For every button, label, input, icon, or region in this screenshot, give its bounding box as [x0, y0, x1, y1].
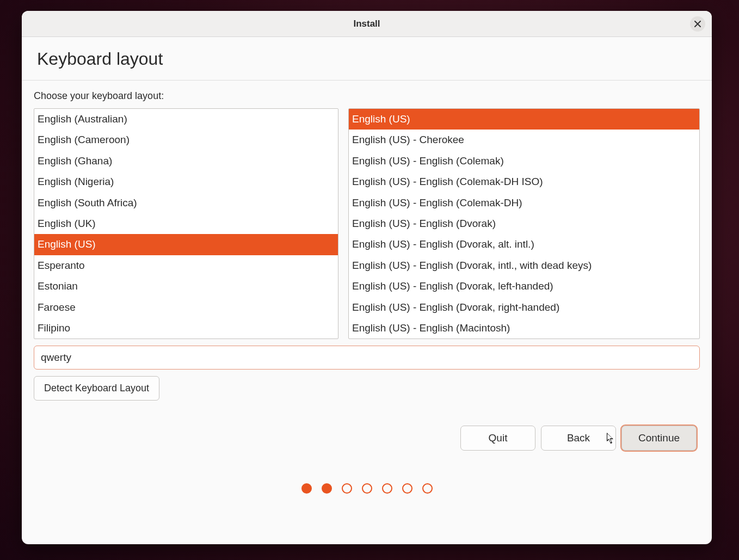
step-dot [301, 483, 312, 494]
list-item[interactable]: Filipino [34, 318, 338, 339]
list-item[interactable]: English (UK) [34, 213, 338, 234]
list-item[interactable]: English (Nigeria) [34, 171, 338, 192]
step-dot [342, 483, 352, 494]
list-item[interactable]: English (US) - English (Dvorak) [349, 213, 699, 234]
step-dot [382, 483, 392, 494]
list-item[interactable]: English (US) [349, 109, 699, 130]
list-item[interactable]: English (US) - English (Norman) [349, 339, 699, 339]
keyboard-test-input[interactable] [34, 346, 700, 370]
continue-button[interactable]: Continue [621, 426, 697, 451]
step-dot [402, 483, 412, 494]
list-item[interactable]: English (US) - English (Colemak-DH) [349, 193, 699, 213]
detect-layout-button[interactable]: Detect Keyboard Layout [34, 376, 159, 401]
back-button[interactable]: Back [541, 426, 616, 451]
navigation-buttons: Quit Back Continue [34, 426, 700, 451]
close-icon [694, 21, 701, 27]
list-item[interactable]: English (South Africa) [34, 193, 338, 213]
list-item[interactable]: Estonian [34, 276, 338, 297]
quit-button[interactable]: Quit [460, 426, 535, 451]
close-button[interactable] [690, 16, 705, 32]
step-dot [322, 483, 332, 494]
list-item[interactable]: Esperanto [34, 255, 338, 276]
installer-window: Install Keyboard layout Choose your keyb… [22, 11, 712, 544]
titlebar: Install [22, 11, 712, 37]
progress-stepper [34, 483, 700, 504]
step-dot [362, 483, 372, 494]
content-area: Choose your keyboard layout: English (Au… [22, 81, 712, 544]
list-item[interactable]: English (Ghana) [34, 151, 338, 171]
prompt-label: Choose your keyboard layout: [34, 90, 700, 102]
language-listbox[interactable]: English (Australian)English (Cameroon)En… [34, 108, 338, 339]
list-item[interactable]: Faroese [34, 297, 338, 318]
page-header: Keyboard layout [22, 37, 712, 81]
variant-listbox[interactable]: English (US)English (US) - CherokeeEngli… [348, 108, 700, 339]
list-item[interactable]: English (US) - Cherokee [349, 130, 699, 150]
list-item[interactable]: English (US) - English (Dvorak, left-han… [349, 276, 699, 297]
list-item[interactable]: English (US) - English (Colemak) [349, 151, 699, 171]
list-item[interactable]: English (US) [34, 234, 338, 255]
list-item[interactable]: English (Australian) [34, 109, 338, 130]
list-item[interactable]: English (US) - English (Dvorak, intl., w… [349, 255, 699, 276]
list-item[interactable]: Finnish [34, 339, 338, 339]
list-item[interactable]: English (US) - English (Dvorak, alt. int… [349, 234, 699, 255]
step-dot [422, 483, 433, 494]
list-item[interactable]: English (Cameroon) [34, 130, 338, 150]
layout-columns: English (Australian)English (Cameroon)En… [34, 108, 700, 339]
window-title: Install [22, 19, 712, 29]
list-item[interactable]: English (US) - English (Macintosh) [349, 318, 699, 339]
list-item[interactable]: English (US) - English (Colemak-DH ISO) [349, 171, 699, 192]
list-item[interactable]: English (US) - English (Dvorak, right-ha… [349, 297, 699, 318]
page-title: Keyboard layout [37, 49, 697, 69]
